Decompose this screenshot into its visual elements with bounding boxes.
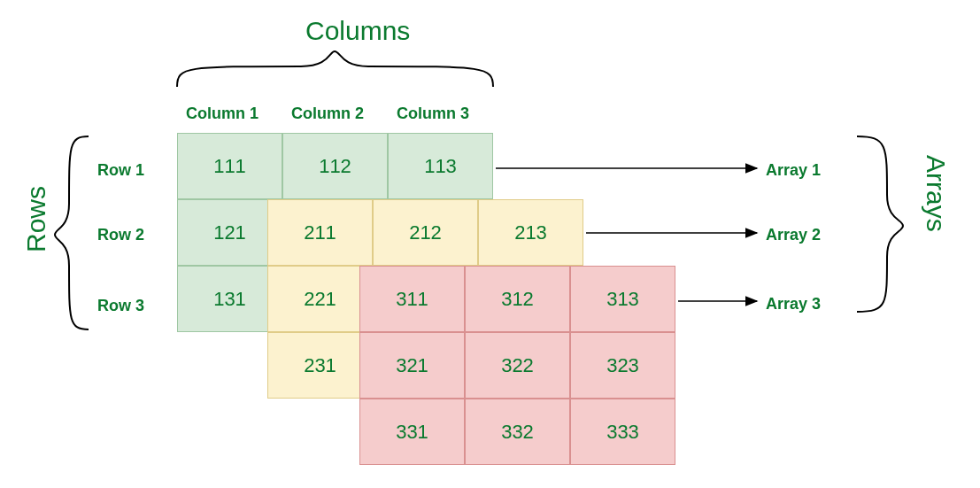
arrays-brace <box>857 136 903 312</box>
cell-321: 321 <box>359 332 465 399</box>
cell-323: 323 <box>570 332 675 399</box>
column-label-1: Column 1 <box>186 105 259 123</box>
cell-332: 332 <box>465 399 570 465</box>
cell-221: 221 <box>267 266 373 332</box>
column-label-2: Column 2 <box>291 105 364 123</box>
cell-333: 333 <box>570 399 675 465</box>
rows-brace <box>55 136 89 329</box>
array-label-1: Array 1 <box>766 161 821 180</box>
column-label-3: Column 3 <box>397 105 469 123</box>
cell-313: 313 <box>570 266 675 332</box>
cell-111: 111 <box>177 133 282 199</box>
cell-113: 113 <box>388 133 493 199</box>
cell-213: 213 <box>478 199 583 266</box>
cell-112: 112 <box>282 133 388 199</box>
array-label-2: Array 2 <box>766 226 821 244</box>
cell-331: 331 <box>359 399 465 465</box>
cell-311: 311 <box>359 266 465 332</box>
cell-231: 231 <box>267 332 373 399</box>
array-label-3: Array 3 <box>766 295 821 314</box>
cell-322: 322 <box>465 332 570 399</box>
array-grid-3: 311 312 313 321 322 323 331 332 333 <box>359 266 675 465</box>
cell-211: 211 <box>267 199 373 266</box>
cell-212: 212 <box>373 199 478 266</box>
cell-312: 312 <box>465 266 570 332</box>
columns-brace <box>177 51 493 87</box>
arrays-title: Arrays <box>921 155 951 232</box>
columns-title: Columns <box>305 16 410 46</box>
rows-title: Rows <box>21 186 51 252</box>
row-label-3: Row 3 <box>97 297 144 315</box>
row-label-1: Row 1 <box>97 161 144 180</box>
row-label-2: Row 2 <box>97 226 144 244</box>
